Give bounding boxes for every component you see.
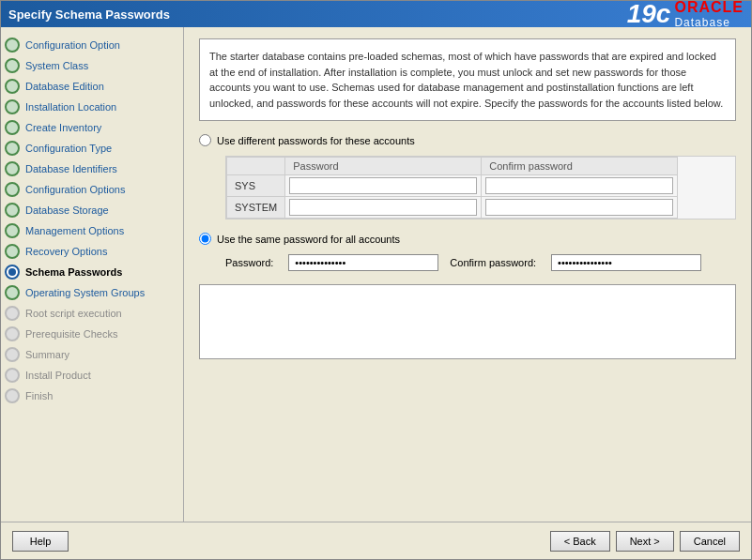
system-confirm-input[interactable] xyxy=(485,199,673,216)
step-icon-system-class xyxy=(5,58,20,73)
sidebar-item-install-product: Install Product xyxy=(1,365,183,386)
radio-same-option[interactable]: Use the same password for all accounts xyxy=(199,233,736,245)
sidebar-item-system-class[interactable]: System Class xyxy=(1,55,183,76)
sidebar-item-database-edition[interactable]: Database Edition xyxy=(1,76,183,97)
sidebar-label-management-options[interactable]: Management Options xyxy=(25,225,124,236)
step-icon-operating-system-groups xyxy=(5,285,20,300)
step-icon-finish xyxy=(5,388,20,403)
step-icon-root-script-execution xyxy=(5,306,20,321)
sys-confirm-cell[interactable] xyxy=(482,175,678,197)
sidebar-item-schema-passwords[interactable]: Schema Passwords xyxy=(1,262,183,282)
radio-different-option[interactable]: Use different passwords for these accoun… xyxy=(199,134,736,146)
oracle-brand-name: ORACLE xyxy=(674,0,744,16)
sys-password-cell[interactable] xyxy=(285,175,482,197)
bottom-bar: Help < Back Next > Cancel xyxy=(1,522,751,559)
sidebar-item-recovery-options[interactable]: Recovery Options xyxy=(1,241,183,262)
sidebar-label-create-inventory[interactable]: Create Inventory xyxy=(25,122,101,133)
sidebar-label-recovery-options[interactable]: Recovery Options xyxy=(25,246,107,257)
system-password-cell[interactable] xyxy=(285,197,482,219)
sidebar-item-management-options[interactable]: Management Options xyxy=(1,220,183,241)
sidebar-label-install-product: Install Product xyxy=(25,370,91,381)
confirm-label: Confirm password: xyxy=(450,257,536,268)
description-text: The starter database contains pre-loaded… xyxy=(209,51,723,109)
step-icon-database-edition xyxy=(5,79,20,94)
sidebar-label-schema-passwords[interactable]: Schema Passwords xyxy=(25,266,122,278)
oracle-logo: 19c ORACLE Database xyxy=(627,0,744,29)
sidebar-item-create-inventory[interactable]: Create Inventory xyxy=(1,117,183,138)
step-icon-prerequisite-checks xyxy=(5,326,20,341)
navigation-buttons: < Back Next > Cancel xyxy=(550,531,740,552)
password-fields: Password: Confirm password: xyxy=(225,254,736,271)
col-confirm: Confirm password xyxy=(482,158,678,175)
sidebar-label-prerequisite-checks: Prerequisite Checks xyxy=(25,328,117,340)
step-icon-installation-location xyxy=(5,99,20,114)
sys-label: SYS xyxy=(227,175,285,197)
sidebar-label-database-identifiers[interactable]: Database Identifiers xyxy=(25,163,117,174)
sidebar-item-config-option[interactable]: Configuration Option xyxy=(1,35,183,55)
password-label: Password: xyxy=(225,257,273,268)
table-row: SYSTEM xyxy=(227,197,678,219)
col-password: Password xyxy=(285,158,482,175)
sidebar-label-finish: Finish xyxy=(25,390,53,401)
sys-confirm-input[interactable] xyxy=(485,177,673,194)
step-icon-create-inventory xyxy=(5,120,20,135)
content-area: Configuration OptionSystem ClassDatabase… xyxy=(1,27,751,522)
sidebar-item-database-storage[interactable]: Database Storage xyxy=(1,200,183,220)
step-icon-database-storage xyxy=(5,203,20,218)
radio-same[interactable] xyxy=(199,233,211,245)
sidebar-item-root-script-execution: Root script execution xyxy=(1,303,183,324)
sidebar-label-config-option[interactable]: Configuration Option xyxy=(25,39,120,51)
sidebar-label-database-storage[interactable]: Database Storage xyxy=(25,204,109,216)
help-button[interactable]: Help xyxy=(12,531,69,552)
next-button[interactable]: Next > xyxy=(616,531,674,552)
oracle-version: 19c xyxy=(627,0,671,29)
system-password-input[interactable] xyxy=(289,199,477,216)
cancel-button[interactable]: Cancel xyxy=(680,531,740,552)
radio-same-label[interactable]: Use the same password for all accounts xyxy=(217,234,400,245)
step-icon-config-option xyxy=(5,38,20,53)
sidebar-label-configuration-options[interactable]: Configuration Options xyxy=(25,184,125,195)
step-icon-schema-passwords xyxy=(5,265,20,280)
description-box: The starter database contains pre-loaded… xyxy=(199,38,736,121)
radio-different[interactable] xyxy=(199,134,211,146)
password-input[interactable] xyxy=(288,254,438,271)
back-button[interactable]: < Back xyxy=(550,531,610,552)
step-icon-recovery-options xyxy=(5,244,20,259)
accounts-table: Password Confirm password SYS SYSTEM xyxy=(225,156,736,219)
sidebar-label-system-class[interactable]: System Class xyxy=(25,60,88,71)
step-icon-management-options xyxy=(5,223,20,238)
sidebar-item-operating-system-groups[interactable]: Operating System Groups xyxy=(1,282,183,303)
sidebar-label-installation-location[interactable]: Installation Location xyxy=(25,101,116,113)
info-box xyxy=(199,284,736,359)
sidebar: Configuration OptionSystem ClassDatabase… xyxy=(1,27,184,522)
sidebar-label-summary: Summary xyxy=(25,349,69,360)
main-content: The starter database contains pre-loaded… xyxy=(184,27,751,522)
sidebar-label-configuration-type[interactable]: Configuration Type xyxy=(25,143,112,154)
table-row: SYS xyxy=(227,175,678,197)
step-icon-configuration-type xyxy=(5,141,20,156)
sidebar-label-operating-system-groups[interactable]: Operating System Groups xyxy=(25,287,145,298)
sidebar-item-finish: Finish xyxy=(1,386,183,406)
title-bar: Specify Schema Passwords 19c ORACLE Data… xyxy=(1,1,751,27)
system-label: SYSTEM xyxy=(227,197,285,219)
sidebar-item-database-identifiers[interactable]: Database Identifiers xyxy=(1,159,183,179)
sidebar-item-installation-location[interactable]: Installation Location xyxy=(1,97,183,117)
sidebar-label-database-edition[interactable]: Database Edition xyxy=(25,81,104,92)
sidebar-item-prerequisite-checks: Prerequisite Checks xyxy=(1,324,183,344)
sidebar-label-root-script-execution: Root script execution xyxy=(25,308,122,319)
radio-different-label[interactable]: Use different passwords for these accoun… xyxy=(217,135,415,146)
oracle-brand: ORACLE Database xyxy=(674,0,744,29)
sidebar-item-configuration-type[interactable]: Configuration Type xyxy=(1,138,183,159)
step-icon-summary xyxy=(5,347,20,362)
step-icon-install-product xyxy=(5,368,20,383)
col-account xyxy=(227,158,285,175)
sidebar-item-configuration-options[interactable]: Configuration Options xyxy=(1,179,183,200)
confirm-password-input[interactable] xyxy=(551,254,701,271)
system-confirm-cell[interactable] xyxy=(482,197,678,219)
sys-password-input[interactable] xyxy=(289,177,477,194)
step-icon-database-identifiers xyxy=(5,161,20,176)
step-icon-configuration-options xyxy=(5,182,20,197)
sidebar-item-summary: Summary xyxy=(1,344,183,365)
window-title: Specify Schema Passwords xyxy=(8,8,170,22)
main-window: Specify Schema Passwords 19c ORACLE Data… xyxy=(0,0,752,560)
